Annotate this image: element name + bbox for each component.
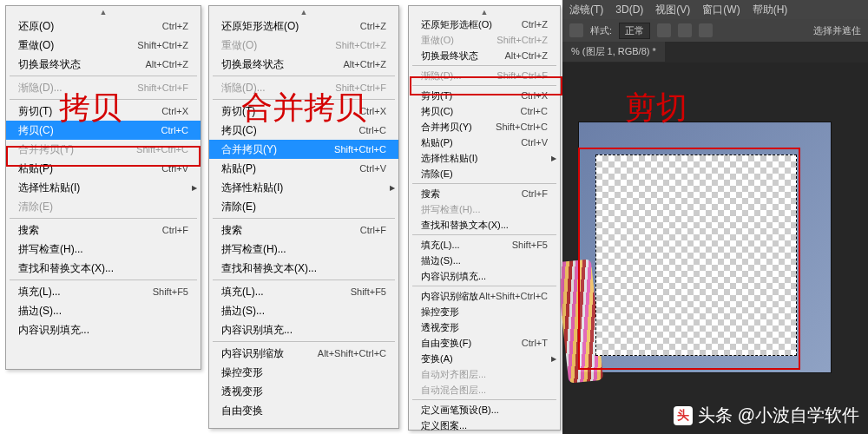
menu-item-label: 还原矩形选框(O) xyxy=(421,18,492,31)
menu-item[interactable]: 填充(L)...Shift+F5 xyxy=(409,237,560,253)
menu-item-label: 拼写检查(H)... xyxy=(18,242,83,257)
toolbar-icon[interactable] xyxy=(699,23,713,37)
menubar-item[interactable]: 滤镜(T) xyxy=(569,3,603,17)
menu-item[interactable]: 搜索Ctrl+F xyxy=(409,186,560,201)
menu-item[interactable]: 查找和替换文本(X)... xyxy=(409,217,560,233)
menu-item: 渐隐(D)...Shift+Ctrl+F xyxy=(409,68,560,83)
menu-item[interactable]: 拷贝(C)Ctrl+C xyxy=(209,121,398,140)
menu-item[interactable]: 填充(L)...Shift+F5 xyxy=(209,282,398,301)
menu-item-label: 自由变换 xyxy=(221,404,263,418)
menu-item-shortcut: Ctrl+C xyxy=(359,125,386,135)
menu-item: 合并拷贝(Y)Shift+Ctrl+C xyxy=(6,140,201,159)
menu-item[interactable]: 切换最终状态Alt+Ctrl+Z xyxy=(409,48,560,63)
menu-scroll-up-icon[interactable]: ▲ xyxy=(209,6,398,16)
menu-item-label: 选择性粘贴(I) xyxy=(221,181,283,195)
menubar-item[interactable]: 视图(V) xyxy=(655,3,690,17)
menu-item[interactable]: 剪切(T)Ctrl+X xyxy=(209,102,398,121)
menu-separator xyxy=(412,399,556,400)
menu-item[interactable]: 内容识别缩放Alt+Shift+Ctrl+C xyxy=(209,344,398,363)
menu-scroll-up-icon[interactable]: ▲ xyxy=(409,6,560,16)
menu-item[interactable]: 自由变换 xyxy=(209,401,398,420)
menu-item-label: 搜索 xyxy=(421,187,440,201)
menu-item[interactable]: 操控变形 xyxy=(409,304,560,319)
menu-item[interactable]: 拷贝(C)Ctrl+C xyxy=(6,121,201,140)
style-label: 样式: xyxy=(590,24,612,37)
menu-item-shortcut: Shift+Ctrl+F xyxy=(137,82,188,93)
menu-item-label: 搜索 xyxy=(221,223,242,238)
menu-item[interactable]: 搜索Ctrl+F xyxy=(6,220,201,240)
menu-item-shortcut: Alt+Ctrl+Z xyxy=(504,50,548,61)
menu-item[interactable]: 内容识别缩放Alt+Shift+Ctrl+C xyxy=(409,288,560,304)
menu-item[interactable]: 切换最终状态Alt+Ctrl+Z xyxy=(6,55,201,74)
menu-item[interactable]: 剪切(T)Ctrl+X xyxy=(409,88,560,103)
menu-item[interactable]: 拼写检查(H)... xyxy=(209,240,398,259)
menu-separator xyxy=(213,76,395,76)
menu-item-shortcut: Shift+F5 xyxy=(351,286,386,297)
menu-item[interactable]: 合并拷贝(Y)Shift+Ctrl+C xyxy=(209,140,398,159)
menu-item-shortcut: Ctrl+C xyxy=(521,106,548,116)
menu-item[interactable]: 粘贴(P)Ctrl+V xyxy=(409,135,560,150)
menubar-item[interactable]: 3D(D) xyxy=(615,3,643,16)
menu-item[interactable]: 内容识别填充... xyxy=(6,320,201,339)
menu-item[interactable]: 拷贝(C)Ctrl+C xyxy=(409,103,560,119)
menu-item[interactable]: 填充(L)...Shift+F5 xyxy=(6,282,201,301)
menu-item[interactable]: 清除(E) xyxy=(409,166,560,181)
menu-item[interactable]: 变换(A) xyxy=(409,351,560,366)
menu-item-label: 渐隐(D)... xyxy=(18,81,62,95)
menu-item[interactable]: 定义画笔预设(B)... xyxy=(409,402,560,418)
menu-item[interactable]: 透视变形 xyxy=(209,382,398,401)
menu-item-shortcut: Alt+Shift+Ctrl+C xyxy=(479,291,548,301)
watermark-text: 头条 @小波自学软件 xyxy=(698,404,859,427)
menu-item-shortcut: Ctrl+X xyxy=(521,90,548,101)
menu-item[interactable]: 粘贴(P)Ctrl+V xyxy=(6,159,201,178)
menu-item-label: 自由变换(F) xyxy=(421,337,471,350)
menu-separator xyxy=(412,286,556,286)
marquee-tool-icon[interactable] xyxy=(569,23,583,37)
menu-item[interactable]: 定义图案... xyxy=(409,418,560,433)
toolbar-icon[interactable] xyxy=(657,23,671,37)
menu-item[interactable]: 选择性粘贴(I) xyxy=(6,178,201,197)
menu-item-shortcut: Ctrl+Z xyxy=(360,21,386,31)
menu-item[interactable]: 查找和替换文本(X)... xyxy=(6,259,201,278)
menu-item[interactable]: 操控变形 xyxy=(209,363,398,382)
menu-item[interactable]: 粘贴(P)Ctrl+V xyxy=(209,159,398,178)
menu-item[interactable]: 描边(S)... xyxy=(409,253,560,268)
menu-item-label: 查找和替换文本(X)... xyxy=(18,261,114,276)
menu-item[interactable]: 选择性粘贴(I) xyxy=(409,150,560,166)
menu-item-label: 透视变形 xyxy=(421,321,459,334)
watermark: 头 头条 @小波自学软件 xyxy=(674,404,859,427)
menu-item[interactable]: 选择性粘贴(I) xyxy=(209,178,398,197)
menubar-item[interactable]: 帮助(H) xyxy=(753,3,788,17)
menu-item-shortcut: Shift+Ctrl+C xyxy=(136,144,188,155)
menu-item[interactable]: 剪切(T)Ctrl+X xyxy=(6,102,201,121)
menu-item[interactable]: 搜索Ctrl+F xyxy=(209,220,398,240)
menu-item[interactable]: 描边(S)... xyxy=(209,301,398,320)
menu-item[interactable]: 自由变换(F)Ctrl+T xyxy=(409,335,560,351)
select-mask-button[interactable]: 选择并遮住 xyxy=(813,24,861,37)
menu-item[interactable]: 清除(E) xyxy=(209,197,398,216)
menu-scroll-up-icon[interactable]: ▲ xyxy=(6,6,201,16)
menu-item[interactable]: 内容识别填充... xyxy=(209,320,398,339)
menu-item-label: 自动混合图层... xyxy=(421,384,486,397)
menu-item[interactable]: 透视变形 xyxy=(409,319,560,335)
menu-item[interactable]: 内容识别填充... xyxy=(409,268,560,284)
menu-item-shortcut: Shift+Ctrl+F xyxy=(335,82,386,93)
menu-item[interactable]: 还原(O)Ctrl+Z xyxy=(6,16,201,36)
menu-item[interactable]: 描边(S)... xyxy=(6,301,201,320)
menu-item[interactable]: 还原矩形选框(O)Ctrl+Z xyxy=(409,16,560,32)
menu-item-label: 搜索 xyxy=(18,223,39,238)
style-select[interactable]: 正常 xyxy=(619,23,650,39)
menu-item[interactable]: 拼写检查(H)... xyxy=(6,240,201,259)
menu-separator xyxy=(10,218,197,219)
menu-item[interactable]: 还原矩形选框(O)Ctrl+Z xyxy=(209,16,398,36)
menu-item-shortcut: Shift+Ctrl+Z xyxy=(335,40,386,50)
menubar-item[interactable]: 窗口(W) xyxy=(702,3,740,17)
toolbar-icon[interactable] xyxy=(678,23,692,37)
menu-item-label: 剪切(T) xyxy=(421,89,452,102)
menu-item-label: 重做(O) xyxy=(18,38,54,53)
menu-item[interactable]: 切换最终状态Alt+Ctrl+Z xyxy=(209,55,398,74)
menu-item[interactable]: 查找和替换文本(X)... xyxy=(209,259,398,278)
menu-item[interactable]: 重做(O)Shift+Ctrl+Z xyxy=(6,36,201,55)
menu-item[interactable]: 合并拷贝(Y)Shift+Ctrl+C xyxy=(409,119,560,135)
document-tab[interactable]: % (图层 1, RGB/8) * xyxy=(562,42,665,62)
